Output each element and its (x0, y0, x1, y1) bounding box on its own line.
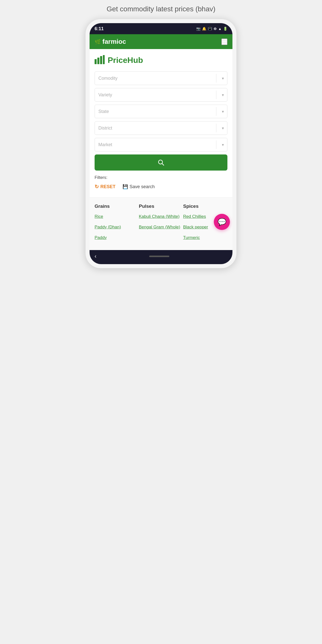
state-select[interactable]: State (95, 105, 227, 118)
page-wrapper: Get commodity latest prices (bhav) 6:11 … (80, 5, 242, 268)
dropdown-group: Comodity ▾ Variety ▾ Sta (95, 71, 227, 151)
battery-icon: 🔋 (223, 27, 227, 31)
bottom-nav-bar: ‹ (90, 250, 232, 264)
reset-icon: ↻ (95, 184, 99, 190)
logo: 🌿 farmioc (95, 38, 126, 46)
status-icons: 📷 🔔 📳 ⊖ ▲ 🔋 (196, 27, 227, 31)
district-select[interactable]: District (95, 121, 227, 135)
market-select[interactable]: Market (95, 138, 227, 151)
svg-rect-3 (103, 55, 105, 64)
search-icon (157, 159, 165, 166)
logo-icon: 🌿 (95, 39, 101, 45)
svg-line-5 (162, 164, 164, 165)
main-content: PriceHub Comodity ▾ Variety (90, 49, 232, 197)
phone-inner: 6:11 📷 🔔 📳 ⊖ ▲ 🔋 🌿 farmioc ☰ (90, 23, 232, 264)
save-search-label: Save search (130, 184, 155, 189)
search-button[interactable] (95, 154, 227, 171)
page-title: Get commodity latest prices (bhav) (107, 5, 216, 13)
bottom-bar-inner: ‹ (95, 253, 227, 260)
filters-section: Filters: ↻ RESET 💾 Save search (95, 175, 227, 190)
svg-rect-2 (100, 56, 102, 64)
list-item[interactable]: Rice (95, 214, 139, 220)
camera-icon: 📷 (196, 27, 200, 31)
variety-wrapper: Variety ▾ (95, 88, 227, 102)
commodity-wrapper: Comodity ▾ (95, 71, 227, 85)
state-wrapper: State ▾ (95, 105, 227, 118)
back-button[interactable]: ‹ (95, 253, 96, 260)
categories-grid: Grains Rice Paddy (Dhan) Paddy Pulses Ka… (95, 204, 227, 244)
save-icon: 💾 (123, 184, 128, 189)
save-search-button[interactable]: 💾 Save search (123, 184, 155, 189)
vibrate-icon: 📳 (208, 27, 212, 31)
variety-select[interactable]: Variety (95, 88, 227, 102)
dnd-icon: ⊖ (214, 27, 217, 31)
pulses-column: Pulses Kabuli Chana (White) Bengal Gram … (139, 204, 183, 244)
categories-wrapper: Grains Rice Paddy (Dhan) Paddy Pulses Ka… (90, 197, 232, 264)
list-item[interactable]: Bengal Gram (Whole) (139, 224, 183, 230)
spices-heading: Spices (183, 204, 227, 209)
filters-actions: ↻ RESET 💾 Save search (95, 184, 227, 190)
list-item[interactable]: Kabuli Chana (White) (139, 214, 183, 220)
reset-label: RESET (100, 184, 115, 189)
pricehub-icon (95, 55, 105, 65)
commodity-select[interactable]: Comodity (95, 71, 227, 85)
app-header: 🌿 farmioc ☰ (90, 34, 232, 49)
phone-frame: 6:11 📷 🔔 📳 ⊖ ▲ 🔋 🌿 farmioc ☰ (86, 19, 236, 268)
svg-rect-0 (95, 59, 97, 64)
market-wrapper: Market ▾ (95, 138, 227, 151)
status-bar: 6:11 📷 🔔 📳 ⊖ ▲ 🔋 (90, 23, 232, 34)
grains-heading: Grains (95, 204, 139, 209)
logo-text: farmioc (102, 38, 126, 46)
pricehub-header: PriceHub (95, 55, 227, 65)
chat-icon: 💬 (218, 218, 226, 226)
district-wrapper: District ▾ (95, 121, 227, 135)
hamburger-button[interactable]: ☰ (221, 38, 227, 45)
notification-icon: 🔔 (202, 27, 206, 31)
list-item[interactable]: Paddy (95, 235, 139, 241)
pricehub-title: PriceHub (108, 56, 143, 65)
chat-button[interactable]: 💬 (214, 214, 230, 230)
filters-label: Filters: (95, 175, 227, 180)
pulses-heading: Pulses (139, 204, 183, 209)
categories-section: Grains Rice Paddy (Dhan) Paddy Pulses Ka… (90, 197, 232, 250)
status-time: 6:11 (95, 26, 104, 31)
list-item[interactable]: Paddy (Dhan) (95, 224, 139, 230)
svg-rect-1 (97, 58, 99, 64)
grains-column: Grains Rice Paddy (Dhan) Paddy (95, 204, 139, 244)
wifi-icon: ▲ (218, 27, 222, 31)
list-item[interactable]: Turmeric (183, 235, 227, 241)
reset-button[interactable]: ↻ RESET (95, 184, 115, 190)
nav-pill (149, 256, 169, 257)
